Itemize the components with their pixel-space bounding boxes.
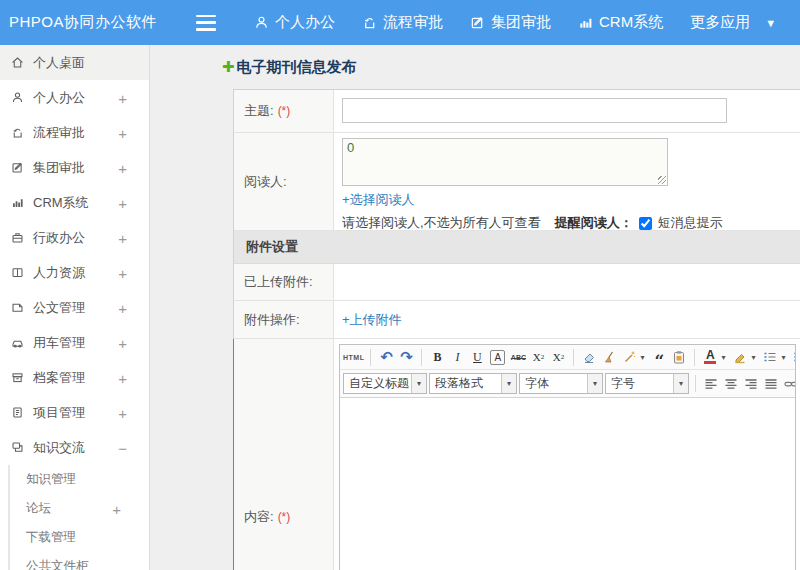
superscript-button[interactable]: X2 xyxy=(529,348,547,367)
expand-icon[interactable]: + xyxy=(118,194,127,211)
sidebar-item-crm-system[interactable]: CRM系统 + xyxy=(0,185,149,220)
hamburger-menu-icon[interactable] xyxy=(196,15,216,31)
sidebar-sublabel: 公共文件柜 xyxy=(26,558,89,570)
expand-icon[interactable]: + xyxy=(118,229,127,246)
expand-icon[interactable]: + xyxy=(112,500,121,517)
expand-icon[interactable]: + xyxy=(118,159,127,176)
eraser-icon xyxy=(582,350,596,364)
underline-button[interactable]: U xyxy=(468,348,486,367)
sidebar-label: 知识交流 xyxy=(33,439,85,457)
sidebar-subitem-forum[interactable]: 论坛 + xyxy=(10,494,149,523)
strikethrough-button[interactable]: ABC xyxy=(509,348,527,367)
edit-square-icon xyxy=(11,161,24,174)
sidebar-sublabel: 论坛 xyxy=(26,500,51,517)
redo-button[interactable]: ↷ xyxy=(397,348,415,367)
chevron-down-icon[interactable]: ▾ xyxy=(721,353,729,362)
nav-group-approval[interactable]: 集团审批 xyxy=(470,13,551,32)
font-size-select[interactable]: 字号 ▾ xyxy=(605,373,689,394)
expand-icon[interactable]: + xyxy=(118,264,127,281)
sidebar-item-human-resources[interactable]: 人力资源 + xyxy=(0,255,149,290)
heading-select[interactable]: 自定义标题 ▾ xyxy=(343,373,427,394)
sidebar-item-personal-desktop[interactable]: 个人桌面 xyxy=(0,45,149,80)
sidebar-item-group-approval[interactable]: 集团审批 + xyxy=(0,150,149,185)
remove-format-button[interactable] xyxy=(580,348,598,367)
collapse-icon[interactable]: − xyxy=(118,439,127,456)
sidebar-item-archive-management[interactable]: 档案管理 + xyxy=(0,360,149,395)
highlighter-icon xyxy=(733,350,747,364)
editor-content-area[interactable] xyxy=(340,397,795,570)
sidebar-subitem-public-file-cabinet[interactable]: 公共文件柜 xyxy=(10,552,149,570)
insert-link-button[interactable] xyxy=(782,374,795,393)
sidebar-item-personal-office[interactable]: 个人办公 + xyxy=(0,80,149,115)
select-readers-link[interactable]: +选择阅读人 xyxy=(342,191,415,209)
upload-attachment-link[interactable]: +上传附件 xyxy=(342,311,402,329)
expand-icon[interactable]: + xyxy=(118,299,127,316)
chevron-down-icon[interactable]: ▾ xyxy=(501,374,516,393)
font-color-button[interactable]: A xyxy=(701,348,719,367)
paragraph-format-select[interactable]: 段落格式 ▾ xyxy=(429,373,517,394)
sidebar-item-project-management[interactable]: 项目管理 + xyxy=(0,395,149,430)
sidebar-label: 人力资源 xyxy=(33,264,85,282)
chevron-down-icon[interactable]: ▼ xyxy=(765,17,776,29)
nav-crm-system[interactable]: CRM系统 xyxy=(578,13,663,32)
nav-workflow-approval[interactable]: 流程审批 xyxy=(362,13,443,32)
align-left-button[interactable] xyxy=(702,374,720,393)
flow-approval-icon xyxy=(362,15,377,30)
italic-button[interactable]: I xyxy=(448,348,466,367)
bold-button[interactable]: B xyxy=(428,348,446,367)
ordered-list-button[interactable] xyxy=(761,348,779,367)
html-source-button[interactable]: HTML xyxy=(343,348,364,367)
subject-input[interactable] xyxy=(342,98,727,123)
sidebar-subitem-knowledge-management[interactable]: 知识管理 xyxy=(10,465,149,494)
align-right-button[interactable] xyxy=(742,374,760,393)
attachment-ops-row: 附件操作: +上传附件 xyxy=(234,301,800,339)
readers-row: 阅读人: 0 +选择阅读人 请选择阅读人,不选为所有人可查看 提醒阅读人： 短消… xyxy=(234,133,800,231)
chevron-down-icon[interactable]: ▾ xyxy=(673,374,688,393)
chevron-down-icon[interactable]: ▾ xyxy=(751,353,759,362)
blockquote-button[interactable]: “ xyxy=(650,348,668,367)
align-center-button[interactable] xyxy=(722,374,740,393)
undo-button[interactable]: ↶ xyxy=(377,348,395,367)
highlight-color-button[interactable] xyxy=(731,348,749,367)
sidebar-item-document-management[interactable]: 公文管理 + xyxy=(0,290,149,325)
sidebar-item-workflow-approval[interactable]: 流程审批 + xyxy=(0,115,149,150)
readers-textarea[interactable]: 0 xyxy=(342,138,668,186)
sidebar-item-vehicle-management[interactable]: 用车管理 + xyxy=(0,325,149,360)
align-justify-button[interactable] xyxy=(762,374,780,393)
content-label: 内容: (*) xyxy=(234,339,334,570)
sms-remind-checkbox[interactable] xyxy=(639,217,652,230)
expand-icon[interactable]: + xyxy=(118,124,127,141)
align-right-icon xyxy=(744,377,758,391)
nav-more-apps[interactable]: 更多应用 xyxy=(690,13,750,32)
sidebar-label: 档案管理 xyxy=(33,369,85,387)
expand-icon[interactable]: + xyxy=(118,404,127,421)
paste-button[interactable] xyxy=(670,348,688,367)
expand-icon[interactable]: + xyxy=(118,334,127,351)
font-family-select[interactable]: 字体 ▾ xyxy=(519,373,603,394)
chevron-down-icon[interactable]: ▾ xyxy=(587,374,602,393)
chevron-down-icon[interactable]: ▾ xyxy=(781,353,789,362)
format-brush-button[interactable] xyxy=(600,348,618,367)
subscript-button[interactable]: X2 xyxy=(549,348,567,367)
chevron-down-icon[interactable]: ▾ xyxy=(640,353,648,362)
readers-label: 阅读人: xyxy=(234,133,334,230)
unordered-list-button[interactable] xyxy=(791,348,795,367)
nav-label: 集团审批 xyxy=(491,13,551,32)
expand-icon[interactable]: + xyxy=(118,89,127,106)
expand-icon[interactable]: + xyxy=(118,369,127,386)
char-style-button[interactable]: A xyxy=(490,350,505,365)
required-mark: (*) xyxy=(278,104,291,118)
sidebar-subitem-download-management[interactable]: 下载管理 xyxy=(10,523,149,552)
sidebar-item-admin-office[interactable]: 行政办公 + xyxy=(0,220,149,255)
home-icon xyxy=(11,56,24,69)
uploaded-attachments-label: 已上传附件: xyxy=(234,264,334,300)
chevron-down-icon[interactable]: ▾ xyxy=(411,374,426,393)
nav-personal-office[interactable]: 个人办公 xyxy=(254,13,335,32)
sidebar-sublabel: 下载管理 xyxy=(26,529,76,546)
sidebar-item-knowledge-exchange[interactable]: 知识交流 − xyxy=(0,430,149,465)
knowledge-submenu: 知识管理 论坛 + 下载管理 公共文件柜 xyxy=(8,465,149,570)
readers-note-line: 请选择阅读人,不选为所有人可查看 提醒阅读人： 短消息提示 xyxy=(342,214,800,232)
open-book-icon xyxy=(11,266,24,279)
subject-label: 主题: (*) xyxy=(234,90,334,132)
auto-typeset-button[interactable] xyxy=(620,348,638,367)
